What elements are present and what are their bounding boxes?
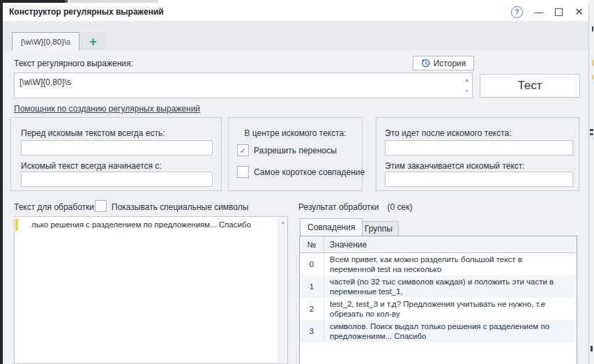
show-special-label: Показывать специальные символы [112, 202, 248, 212]
maximize-button[interactable] [555, 8, 563, 16]
desktop-right-strip [589, 0, 594, 364]
help-button[interactable]: ? [511, 6, 523, 18]
minimize-icon: — [535, 7, 544, 17]
history-button-label: История [434, 59, 466, 68]
desktop-artifact [590, 133, 593, 135]
after-text-groupbox: Это идет после искомого текста: Этим зак… [376, 117, 579, 191]
starts-with-label: Искомый текст всегда начинается с: [21, 161, 162, 171]
window-controls: ? — ✕ [511, 3, 584, 21]
spinner-down-icon[interactable]: ▼ [464, 89, 469, 93]
show-special-checkbox[interactable] [95, 200, 107, 212]
desktop-top-strip [0, 0, 594, 3]
source-scrollbar[interactable]: ▲ [278, 217, 287, 363]
tab-matches[interactable]: Совпадения [300, 218, 363, 236]
close-icon: ✕ [574, 6, 584, 18]
table-row[interactable]: 1 частей (по 32 тыс символов каждая) и п… [300, 275, 577, 298]
desktop-artifact [0, 0, 65, 3]
before-text-input[interactable] [21, 140, 213, 156]
document-tab-bar: [\w\W]{0,80}\s + [3, 21, 588, 50]
table-row[interactable]: 2 test_2, test_3 и т.д? Предложения учит… [300, 298, 577, 320]
table-row[interactable]: 0 Всем привет, как можно разделить больш… [300, 253, 577, 275]
spinner-up-icon[interactable]: ▲ [464, 77, 469, 82]
history-icon [421, 59, 430, 68]
shortest-match-row: Самое короткое совпадение [237, 166, 365, 178]
source-text-label: Текст для обработки [14, 202, 94, 212]
ends-with-label: Этим заканчивается искомый текст: [385, 161, 525, 171]
content-panel: Текст регулярного выражения: История [\w… [3, 50, 588, 364]
close-button[interactable]: ✕ [574, 6, 584, 18]
desktop-artifact [590, 129, 593, 131]
source-text-line: лько решения с разделением по предложени… [31, 220, 251, 229]
row-num: 1 [300, 275, 324, 298]
window-title: Конструктор регулярных выражений [9, 7, 164, 17]
tab-groups[interactable]: Группы [358, 221, 399, 236]
allow-breaks-row: ✓ Разрешить переносы [237, 144, 337, 156]
center-text-groupbox: В центре искомого текста: ✓ Разрешить пе… [228, 117, 363, 191]
minimize-button[interactable]: — [534, 7, 544, 17]
regex-constructor-window: Конструктор регулярных выражений ? — ✕ [… [3, 3, 589, 364]
row-num: 2 [300, 298, 324, 320]
ends-with-input[interactable] [385, 172, 573, 187]
before-text-label: Перед искомым текстом всегда есть: [21, 128, 165, 138]
test-button[interactable]: Тест [480, 74, 580, 98]
table-row[interactable]: 3 символов. Поиск выдал только решения с… [300, 320, 577, 342]
maximize-icon [555, 8, 563, 16]
shortest-match-label: Самое короткое совпадение [254, 167, 365, 177]
regex-text-label: Текст регулярного выражения: [14, 59, 133, 68]
desktop-artifact [591, 346, 593, 351]
tab-groups-label: Группы [365, 224, 393, 234]
allow-breaks-label: Разрешить переносы [254, 146, 337, 156]
desktop-left-strip [0, 0, 3, 364]
check-icon: ✓ [239, 146, 246, 155]
row-num: 3 [300, 320, 324, 342]
row-value: Всем привет, как можно разделить большой… [324, 253, 577, 275]
results-label: Результат обработки [298, 202, 379, 212]
tab-regex-pattern[interactable]: [\w\W]{0,80}\s [12, 32, 79, 50]
starts-with-input[interactable] [21, 172, 213, 187]
regex-value: [\w\W]{0,80}\s [20, 77, 71, 87]
regex-input[interactable]: [\w\W]{0,80}\s ▲ ▼ [14, 73, 473, 98]
add-tab-button[interactable]: + [80, 33, 106, 50]
tab-label: [\w\W]{0,80}\s [21, 38, 70, 46]
tab-matches-label: Совпадения [307, 222, 355, 232]
row-value: частей (по 32 тыс символов каждая) и пол… [324, 275, 577, 298]
test-button-label: Тест [517, 79, 542, 93]
results-table: № Значение 0 Всем привет, как можно разд… [299, 236, 577, 364]
col-header-value: Значение [324, 236, 577, 252]
row-value: символов. Поиск выдал только решения с р… [324, 320, 577, 342]
allow-breaks-checkbox[interactable]: ✓ [237, 144, 249, 156]
table-header: № Значение [300, 236, 577, 253]
before-text-groupbox: Перед искомым текстом всегда есть: Иском… [10, 117, 222, 191]
after-text-label: Это идет после искомого текста: [385, 128, 512, 138]
title-bar: Конструктор регулярных выражений ? — ✕ [3, 3, 588, 21]
desktop-artifact [592, 75, 593, 79]
results-header: Результат обработки (0 сек) [298, 202, 412, 212]
help-icon: ? [515, 8, 519, 16]
highlight-marker [15, 219, 18, 231]
elapsed-time: (0 сек) [388, 202, 413, 212]
row-num: 0 [300, 253, 324, 275]
shortest-match-checkbox[interactable] [237, 166, 249, 178]
regex-helper-link[interactable]: Помощник по созданию регулярных выражени… [14, 104, 200, 114]
desktop-artifact [592, 60, 593, 66]
history-button[interactable]: История [413, 56, 474, 70]
center-text-title: В центре искомого текста: [229, 128, 362, 138]
plus-icon: + [89, 36, 97, 48]
desktop-artifact [592, 26, 593, 31]
after-text-input[interactable] [385, 140, 573, 156]
desktop-artifact [68, 0, 158, 3]
scroll-up-icon[interactable]: ▲ [279, 220, 287, 225]
col-header-num: № [300, 236, 324, 252]
row-value: test_2, test_3 и т.д? Предложения учитыв… [324, 298, 577, 320]
source-textarea[interactable]: лько решения с разделением по предложени… [14, 216, 288, 364]
